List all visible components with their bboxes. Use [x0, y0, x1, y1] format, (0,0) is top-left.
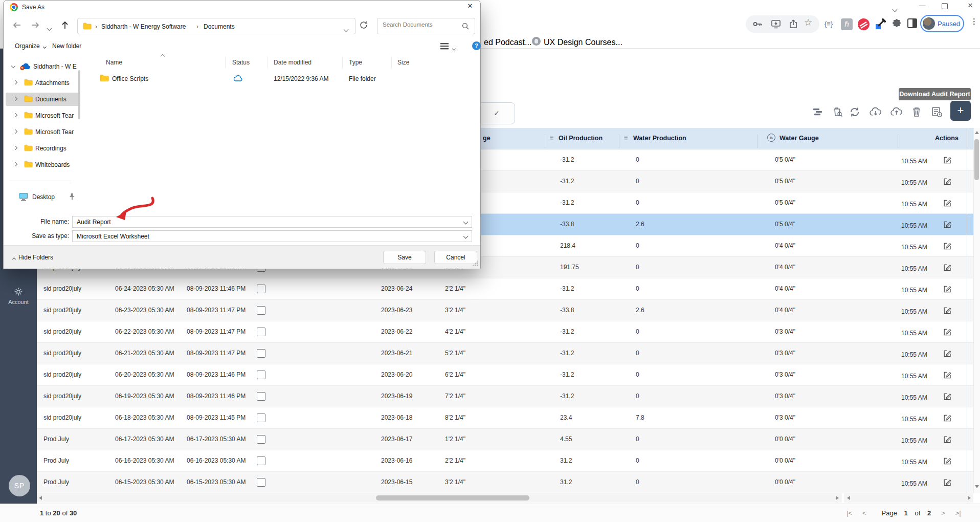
row-checkbox[interactable] — [257, 414, 265, 422]
edit-row-button[interactable] — [943, 392, 952, 401]
tree-item-whiteboards[interactable]: Whiteboards — [6, 158, 80, 171]
file-row-office-scripts[interactable]: Office Scripts 12/15/2022 9:36 AM File f… — [85, 72, 474, 85]
edit-row-button[interactable] — [943, 435, 952, 444]
view-mode-chevron-icon[interactable] — [453, 45, 455, 52]
help-icon[interactable]: ? — [472, 41, 481, 50]
table-row[interactable]: sid prod20july06-21-2023 05:30 AM08-09-2… — [37, 343, 973, 364]
new-folder-button[interactable]: New folder — [52, 42, 81, 50]
row-checkbox[interactable] — [257, 456, 265, 465]
first-page-button[interactable]: |< — [847, 509, 852, 517]
recent-locations-chevron-icon[interactable] — [48, 23, 51, 32]
file-column-date-modified[interactable]: Date modified — [274, 59, 311, 66]
tree-item-documents[interactable]: Documents — [6, 93, 80, 106]
edit-row-button[interactable] — [943, 199, 952, 208]
cloud-download-icon[interactable] — [869, 106, 881, 118]
extension-red-circle-icon[interactable] — [858, 18, 870, 30]
checkmark-dropdown-partial[interactable]: ✓ — [478, 102, 515, 124]
minimize-button[interactable]: — — [916, 2, 929, 9]
delete-trash-icon[interactable] — [911, 106, 923, 118]
tree-item-microsoft-tear[interactable]: Microsoft Tear — [6, 125, 80, 139]
address-breadcrumb-bar[interactable]: › Siddharth - W Energy Software › Docume… — [77, 18, 355, 34]
dialog-title-bar[interactable]: Save As ✕ — [4, 1, 480, 14]
table-row[interactable]: Prod July06-15-2023 05:30 AM06-15-2023 0… — [37, 472, 973, 493]
hscroll-left-icon[interactable] — [39, 496, 42, 500]
vertical-scrollbar[interactable] — [973, 128, 980, 493]
expand-chevron-icon[interactable] — [13, 113, 17, 117]
vertical-scroll-thumb[interactable] — [974, 139, 979, 180]
forward-icon[interactable] — [30, 20, 40, 30]
row-checkbox[interactable] — [257, 328, 265, 336]
last-page-button[interactable]: >| — [955, 509, 961, 517]
row-checkbox[interactable] — [257, 306, 265, 315]
password-key-icon[interactable] — [752, 18, 763, 30]
refresh-sync-icon[interactable] — [849, 106, 861, 118]
add-record-button[interactable]: + — [950, 101, 971, 121]
view-mode-icon[interactable] — [440, 42, 450, 50]
extension-eyedropper-icon[interactable] — [875, 18, 886, 30]
edit-row-button[interactable] — [943, 349, 952, 358]
hide-folders-button[interactable]: Hide Folders — [13, 254, 53, 261]
profile-paused-badge[interactable]: Paused — [920, 15, 964, 32]
expand-chevron-icon[interactable] — [13, 129, 17, 134]
prev-page-button[interactable]: < — [862, 509, 866, 517]
edit-row-button[interactable] — [943, 456, 952, 466]
edit-row-button[interactable] — [943, 328, 952, 337]
cloud-upload-icon[interactable] — [890, 106, 902, 118]
account-gear-icon[interactable] — [13, 287, 24, 297]
row-checkbox[interactable] — [257, 371, 265, 379]
hscroll2-right-icon[interactable] — [968, 496, 971, 500]
horizontal-scrollbar-pinned[interactable] — [844, 493, 973, 503]
column-header-water-production[interactable]: Water Production — [633, 135, 686, 142]
row-checkbox[interactable] — [257, 392, 265, 401]
bookmark-item-podcast[interactable]: ed Podcast... — [484, 38, 531, 47]
table-row[interactable]: sid prod20july06-22-2023 05:30 AM08-09-2… — [37, 321, 973, 343]
tree-item-recordings[interactable]: Recordings — [6, 142, 80, 155]
table-row[interactable]: Prod July06-17-2023 05:30 AM06-17-2023 0… — [37, 429, 973, 450]
tree-item-desktop[interactable]: Desktop — [6, 190, 80, 204]
table-row[interactable]: sid prod20july06-23-2023 05:30 AM08-09-2… — [37, 300, 973, 321]
extension-hbar-icon[interactable]: ℏ — [841, 18, 853, 30]
audit-report-icon[interactable] — [931, 106, 943, 118]
horizontal-scroll-thumb[interactable] — [376, 495, 529, 501]
file-name-dropdown-chevron-icon[interactable] — [463, 220, 469, 225]
address-dropdown-chevron-icon[interactable] — [344, 24, 348, 33]
save-as-type-dropdown-chevron-icon[interactable] — [463, 234, 469, 239]
expand-chevron-icon[interactable] — [13, 146, 17, 150]
column-header-water-gauge[interactable]: Water Gauge — [779, 135, 819, 142]
tree-root-onedrive[interactable]: Siddharth - W E — [6, 60, 80, 73]
table-row[interactable]: sid prod20july06-19-2023 05:30 AM08-09-2… — [37, 386, 973, 407]
row-checkbox[interactable] — [257, 435, 265, 444]
edit-row-button[interactable] — [943, 242, 952, 251]
breadcrumb-current[interactable]: Documents — [204, 23, 235, 30]
file-column-type[interactable]: Type — [349, 59, 362, 66]
search-input[interactable] — [383, 21, 459, 28]
edit-row-button[interactable] — [943, 306, 952, 315]
column-header-oil-production[interactable]: Oil Production — [559, 135, 603, 142]
expand-chevron-icon[interactable] — [13, 97, 17, 101]
column-header-actions[interactable]: Actions — [935, 135, 959, 142]
scroll-up-icon[interactable] — [975, 131, 979, 134]
tab-search-chevron-icon[interactable] — [893, 4, 897, 13]
tree-scroll-thumb[interactable] — [78, 70, 80, 119]
row-checkbox[interactable] — [257, 478, 265, 487]
edit-row-button[interactable] — [943, 285, 952, 294]
search-documents-box[interactable] — [377, 18, 475, 34]
save-as-type-select[interactable]: Microsoft Excel Worksheet — [72, 230, 472, 242]
refresh-icon[interactable] — [359, 20, 369, 30]
browser-menu-kebab-icon[interactable]: ⋮ — [970, 17, 978, 26]
edit-row-button[interactable] — [943, 414, 952, 423]
table-row[interactable]: sid prod20july06-18-2023 05:30 AM08-09-2… — [37, 407, 973, 429]
file-column-status[interactable]: Status — [232, 59, 250, 66]
up-icon[interactable] — [60, 20, 70, 30]
organize-button[interactable]: Organize — [15, 42, 46, 50]
bookmark-star-icon[interactable]: ☆ — [804, 17, 812, 28]
edit-row-button[interactable] — [943, 371, 952, 380]
clear-filter-trash-search-icon[interactable] — [832, 106, 844, 118]
next-page-button[interactable]: > — [941, 509, 945, 517]
cancel-button[interactable]: Cancel — [434, 251, 477, 264]
table-row[interactable]: sid prod20july06-24-2023 05:30 AM08-09-2… — [37, 278, 973, 300]
file-column-name[interactable]: Name — [106, 59, 122, 66]
dialog-close-icon[interactable]: ✕ — [464, 2, 476, 12]
edit-row-button[interactable] — [943, 220, 952, 229]
extension-braces-icon[interactable]: {≡} — [825, 20, 833, 28]
